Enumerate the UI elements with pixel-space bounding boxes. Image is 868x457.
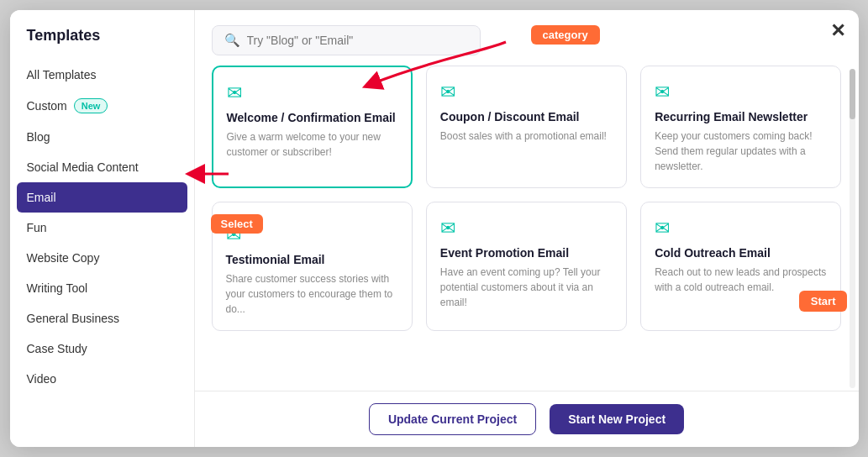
card-welcome-confirmation[interactable]: ✉ Welcome / Confirmation Email Give a wa… bbox=[212, 66, 413, 188]
sidebar-item-custom[interactable]: Custom New bbox=[10, 90, 194, 122]
sidebar-item-label: Case Study bbox=[27, 342, 87, 355]
sidebar-item-writing-tool[interactable]: Writing Tool bbox=[10, 273, 194, 303]
sidebar-item-case-study[interactable]: Case Study bbox=[10, 334, 194, 364]
update-current-project-button[interactable]: Update Current Project bbox=[369, 403, 536, 435]
scrollbar-thumb[interactable] bbox=[850, 69, 855, 119]
sidebar-item-label: Writing Tool bbox=[27, 281, 88, 295]
sidebar: Templates All Templates Custom New Blog … bbox=[10, 10, 195, 447]
close-button[interactable]: ✕ bbox=[830, 22, 845, 40]
footer: Update Current Project Start New Project bbox=[195, 391, 859, 447]
scrollbar-track[interactable] bbox=[850, 69, 855, 388]
email-icon: ✉ bbox=[440, 81, 613, 103]
search-bar[interactable]: 🔍 bbox=[212, 25, 481, 55]
sidebar-item-label: Fun bbox=[27, 221, 47, 234]
sidebar-item-social-media[interactable]: Social Media Content bbox=[10, 152, 194, 182]
main-header: 🔍 category ✕ bbox=[195, 10, 859, 66]
templates-modal: Templates All Templates Custom New Blog … bbox=[10, 10, 859, 447]
sidebar-item-all-templates[interactable]: All Templates bbox=[10, 60, 194, 90]
search-icon: 🔍 bbox=[224, 33, 240, 48]
card-title: Cold Outreach Email bbox=[655, 246, 827, 260]
sidebar-item-label: Blog bbox=[27, 130, 50, 144]
cards-grid: ✉ Welcome / Confirmation Email Give a wa… bbox=[212, 66, 842, 331]
sidebar-title: Templates bbox=[10, 27, 194, 60]
email-icon: ✉ bbox=[227, 82, 397, 104]
card-desc: Have an event coming up? Tell your poten… bbox=[440, 265, 613, 310]
sidebar-item-label: Website Copy bbox=[27, 251, 100, 265]
email-icon: ✉ bbox=[440, 218, 613, 239]
card-desc: Keep your customers coming back! Send th… bbox=[655, 129, 827, 174]
email-icon: ✉ bbox=[655, 218, 827, 239]
card-title: Testimonial Email bbox=[226, 253, 398, 266]
sidebar-item-label: Email bbox=[27, 191, 56, 204]
sidebar-item-label: Social Media Content bbox=[27, 160, 139, 174]
search-input[interactable] bbox=[247, 34, 468, 47]
sidebar-item-label: Custom bbox=[27, 99, 67, 113]
select-annotation-badge: Select bbox=[211, 214, 263, 234]
sidebar-item-label: General Business bbox=[27, 312, 120, 325]
sidebar-item-blog[interactable]: Blog bbox=[10, 122, 194, 152]
new-badge: New bbox=[74, 98, 108, 113]
card-desc: Give a warm welcome to your new customer… bbox=[227, 129, 397, 160]
card-cold-outreach[interactable]: ✉ Cold Outreach Email Reach out to new l… bbox=[640, 202, 841, 331]
sidebar-item-label: Video bbox=[27, 372, 57, 386]
card-coupon-discount[interactable]: ✉ Coupon / Discount Email Boost sales wi… bbox=[426, 66, 627, 188]
card-desc: Share customer success stories with your… bbox=[226, 271, 398, 317]
card-recurring-newsletter[interactable]: ✉ Recurring Email Newsletter Keep your c… bbox=[640, 66, 841, 188]
card-title: Welcome / Confirmation Email bbox=[227, 111, 397, 124]
main-content: 🔍 category ✕ ✉ Welcome / Confirmation Em… bbox=[195, 10, 859, 447]
email-icon: ✉ bbox=[655, 81, 827, 103]
category-annotation-badge: category bbox=[531, 25, 600, 45]
card-event-promotion[interactable]: ✉ Event Promotion Email Have an event co… bbox=[426, 202, 627, 331]
card-desc: Boost sales with a promotional email! bbox=[440, 129, 613, 144]
sidebar-item-email[interactable]: Email bbox=[17, 182, 187, 213]
start-new-project-button[interactable]: Start New Project bbox=[550, 404, 684, 434]
cards-scroll[interactable]: ✉ Welcome / Confirmation Email Give a wa… bbox=[195, 66, 859, 391]
card-title: Coupon / Discount Email bbox=[440, 110, 613, 123]
card-title: Event Promotion Email bbox=[440, 246, 613, 260]
sidebar-item-website-copy[interactable]: Website Copy bbox=[10, 243, 194, 273]
sidebar-item-video[interactable]: Video bbox=[10, 364, 194, 394]
card-testimonial-email[interactable]: Select ✉ Testimonial Email Share custome… bbox=[212, 202, 413, 331]
sidebar-item-label: All Templates bbox=[27, 68, 97, 81]
card-title: Recurring Email Newsletter bbox=[655, 110, 827, 123]
start-annotation-badge: Start bbox=[799, 291, 848, 312]
sidebar-item-general-business[interactable]: General Business bbox=[10, 303, 194, 334]
sidebar-item-fun[interactable]: Fun bbox=[10, 213, 194, 243]
